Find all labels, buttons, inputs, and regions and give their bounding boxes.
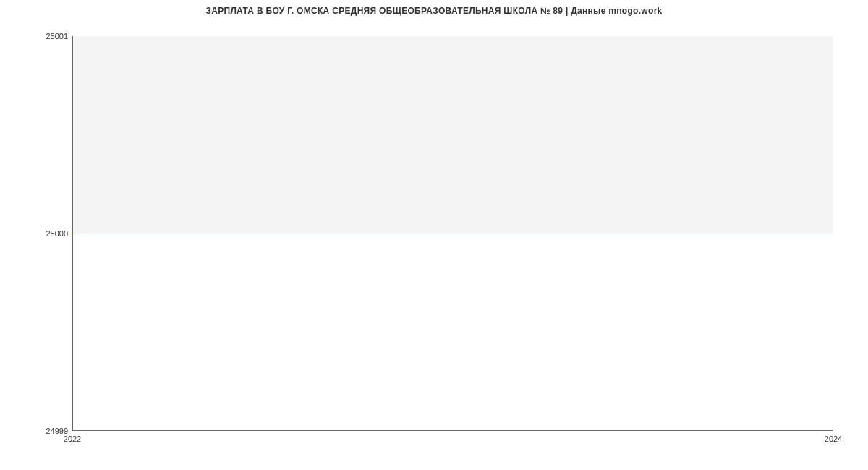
x-axis-ticks: 2022 2024 (72, 434, 833, 448)
x-tick-label: 2024 (825, 435, 842, 443)
plot-area (72, 36, 833, 431)
chart-title: ЗАРПЛАТА В БОУ Г. ОМСКА СРЕДНЯЯ ОБЩЕОБРА… (0, 6, 868, 16)
y-tick-label: 25000 (46, 229, 68, 238)
chart-fill-region (73, 36, 833, 234)
x-tick-label: 2022 (64, 435, 81, 443)
chart-data-line (73, 234, 833, 234)
y-tick-label: 25001 (46, 32, 68, 40)
y-axis-ticks: 25001 25000 24999 (0, 36, 72, 431)
